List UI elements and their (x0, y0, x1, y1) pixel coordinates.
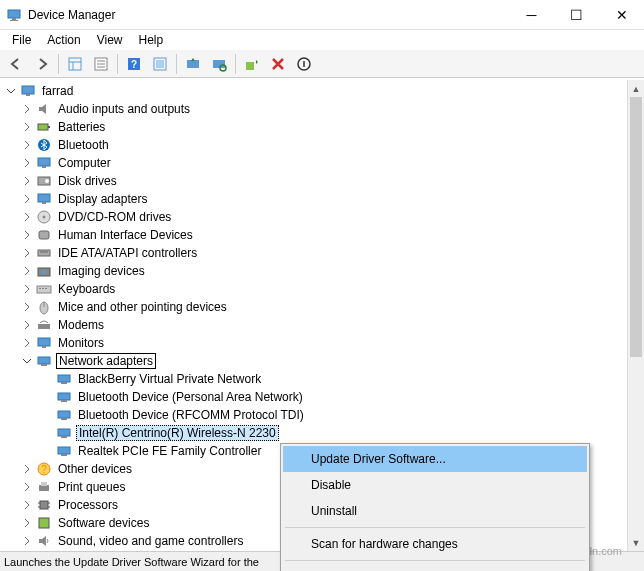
tree-node[interactable]: IDE ATA/ATAPI controllers (0, 244, 626, 262)
expand-icon[interactable] (20, 480, 34, 494)
tree-node-label[interactable]: Other devices (56, 462, 134, 476)
scan-hardware-button[interactable] (207, 52, 231, 76)
svg-rect-25 (42, 166, 46, 168)
properties-button[interactable] (89, 52, 113, 76)
expand-icon[interactable] (20, 192, 34, 206)
expand-icon[interactable] (20, 228, 34, 242)
tree-node[interactable]: Mice and other pointing devices (0, 298, 626, 316)
expand-icon[interactable] (20, 210, 34, 224)
tree-node-label[interactable]: Display adapters (56, 192, 149, 206)
tree-node-label[interactable]: Audio inputs and outputs (56, 102, 192, 116)
collapse-icon[interactable] (4, 84, 18, 98)
tree-node[interactable]: Computer (0, 154, 626, 172)
tree-node[interactable]: Bluetooth (0, 136, 626, 154)
tree-node-label[interactable]: Sound, video and game controllers (56, 534, 245, 548)
scroll-thumb[interactable] (630, 97, 642, 357)
expand-icon[interactable] (20, 264, 34, 278)
context-menu: Update Driver Software... Disable Uninst… (280, 443, 590, 571)
expand-icon[interactable] (20, 174, 34, 188)
uninstall-button[interactable] (266, 52, 290, 76)
tree-node-label[interactable]: farrad (40, 84, 75, 98)
tree-node-label[interactable]: Network adapters (56, 353, 156, 369)
svg-rect-50 (58, 393, 70, 400)
expand-icon[interactable] (20, 462, 34, 476)
tree-node-label[interactable]: Intel(R) Centrino(R) Wireless-N 2230 (76, 425, 279, 441)
expand-icon[interactable] (20, 336, 34, 350)
tree-node[interactable]: DVD/CD-ROM drives (0, 208, 626, 226)
tree-node-label[interactable]: Batteries (56, 120, 107, 134)
expand-icon[interactable] (20, 102, 34, 116)
context-uninstall[interactable]: Uninstall (283, 498, 587, 524)
expand-icon[interactable] (20, 498, 34, 512)
tree-node[interactable]: Disk drives (0, 172, 626, 190)
tree-node-label[interactable]: Imaging devices (56, 264, 147, 278)
tree-node[interactable]: Bluetooth Device (Personal Area Network) (0, 388, 626, 406)
expand-icon[interactable] (20, 318, 34, 332)
tree-node-label[interactable]: Monitors (56, 336, 106, 350)
tree-node[interactable]: Monitors (0, 334, 626, 352)
svg-rect-33 (38, 250, 50, 256)
context-update-driver[interactable]: Update Driver Software... (283, 446, 587, 472)
tree-node-label[interactable]: IDE ATA/ATAPI controllers (56, 246, 199, 260)
maximize-button[interactable]: ☐ (554, 0, 599, 30)
expand-icon[interactable] (20, 282, 34, 296)
context-disable[interactable]: Disable (283, 472, 587, 498)
tree-node-label[interactable]: Bluetooth (56, 138, 111, 152)
expand-icon[interactable] (20, 156, 34, 170)
forward-button[interactable] (30, 52, 54, 76)
help-button[interactable]: ? (122, 52, 146, 76)
tree-node-label[interactable]: Computer (56, 156, 113, 170)
tree-node[interactable]: Intel(R) Centrino(R) Wireless-N 2230 (0, 424, 626, 442)
menu-view[interactable]: View (89, 31, 131, 49)
minimize-button[interactable]: ─ (509, 0, 554, 30)
tree-node-label[interactable]: Mice and other pointing devices (56, 300, 229, 314)
expand-icon[interactable] (20, 138, 34, 152)
tree-node[interactable]: Modems (0, 316, 626, 334)
tree-node[interactable]: Batteries (0, 118, 626, 136)
close-button[interactable]: ✕ (599, 0, 644, 30)
tree-node-label[interactable]: Realtek PCIe FE Family Controller (76, 444, 263, 458)
context-properties[interactable]: Properties (283, 564, 587, 571)
show-hidden-button[interactable] (148, 52, 172, 76)
context-scan[interactable]: Scan for hardware changes (283, 531, 587, 557)
disable-button[interactable] (292, 52, 316, 76)
tree-node-label[interactable]: Modems (56, 318, 106, 332)
expand-icon[interactable] (20, 120, 34, 134)
tree-node[interactable]: Imaging devices (0, 262, 626, 280)
tree-node-label[interactable]: Keyboards (56, 282, 117, 296)
tree-node[interactable]: Human Interface Devices (0, 226, 626, 244)
tree-node[interactable]: Network adapters (0, 352, 626, 370)
update-driver-button[interactable] (181, 52, 205, 76)
menu-help[interactable]: Help (131, 31, 172, 49)
svg-rect-13 (156, 60, 164, 68)
show-hide-console-button[interactable] (63, 52, 87, 76)
tree-node-label[interactable]: Human Interface Devices (56, 228, 195, 242)
menu-file[interactable]: File (4, 31, 39, 49)
vertical-scrollbar[interactable]: ▲ ▼ (627, 80, 644, 551)
tree-node[interactable]: BlackBerry Virtual Private Network (0, 370, 626, 388)
expand-icon[interactable] (20, 300, 34, 314)
tree-node-label[interactable]: Disk drives (56, 174, 119, 188)
expand-icon[interactable] (20, 534, 34, 548)
tree-node-label[interactable]: Bluetooth Device (Personal Area Network) (76, 390, 305, 404)
tree-node[interactable]: Bluetooth Device (RFCOMM Protocol TDI) (0, 406, 626, 424)
menu-action[interactable]: Action (39, 31, 88, 49)
tree-node-label[interactable]: Processors (56, 498, 120, 512)
tree-node[interactable]: Audio inputs and outputs (0, 100, 626, 118)
tree-node-label[interactable]: Print queues (56, 480, 127, 494)
enable-button[interactable] (240, 52, 264, 76)
collapse-icon[interactable] (20, 354, 34, 368)
tree-node[interactable]: farrad (0, 82, 626, 100)
tree-node-label[interactable]: Bluetooth Device (RFCOMM Protocol TDI) (76, 408, 306, 422)
expand-icon[interactable] (20, 516, 34, 530)
scroll-up-arrow[interactable]: ▲ (628, 80, 644, 97)
tree-node-label[interactable]: Software devices (56, 516, 151, 530)
tree-node[interactable]: Keyboards (0, 280, 626, 298)
back-button[interactable] (4, 52, 28, 76)
tree-node-label[interactable]: DVD/CD-ROM drives (56, 210, 173, 224)
cpu-icon (36, 497, 52, 513)
tree-node-label[interactable]: BlackBerry Virtual Private Network (76, 372, 263, 386)
tree-node[interactable]: Display adapters (0, 190, 626, 208)
expand-icon[interactable] (20, 246, 34, 260)
scroll-down-arrow[interactable]: ▼ (628, 534, 644, 551)
